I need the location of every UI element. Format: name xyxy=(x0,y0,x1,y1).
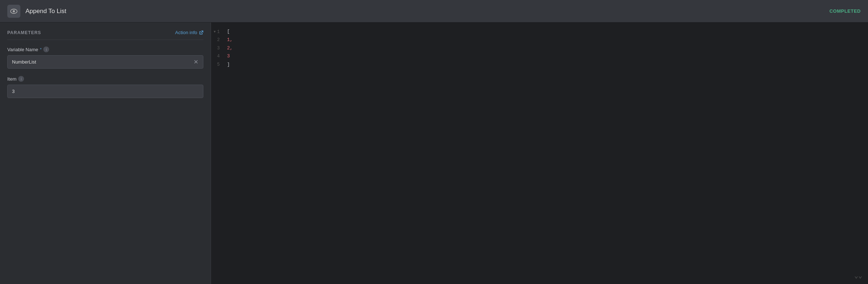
variable-name-info-badge[interactable]: i xyxy=(43,46,49,52)
status-badge: COMPLETED xyxy=(829,8,861,14)
section-header: PARAMETERS Action info xyxy=(7,30,203,40)
collapse-arrow-1[interactable]: ▼ xyxy=(214,29,215,35)
line-number-5: 5 xyxy=(211,61,226,68)
variable-name-input-wrapper: ✕ xyxy=(7,55,203,69)
code-line-4: 4 3 xyxy=(211,52,868,61)
code-line-2: 2 1, xyxy=(211,36,868,44)
code-panel: ▼ 1 [ 2 1, 3 2, 4 3 5 ] xyxy=(211,23,868,284)
variable-name-input[interactable] xyxy=(7,55,203,69)
code-content-5: ] xyxy=(226,61,230,69)
item-input[interactable] xyxy=(7,85,203,98)
app-header: Append To List COMPLETED xyxy=(0,0,868,23)
code-value-4: 3 xyxy=(227,53,230,59)
main-layout: PARAMETERS Action info Variable Name * i… xyxy=(0,23,868,284)
action-info-label: Action info xyxy=(175,30,197,35)
line-number-3: 3 xyxy=(211,45,226,52)
params-label: PARAMETERS xyxy=(7,30,41,35)
code-content-4: 3 xyxy=(226,53,230,60)
code-value-3: 2, xyxy=(227,45,233,51)
svg-point-1 xyxy=(13,10,15,12)
line-number-4: 4 xyxy=(211,53,226,60)
page-title: Append To List xyxy=(25,8,66,15)
item-info-badge[interactable]: i xyxy=(18,76,24,82)
header-left: Append To List xyxy=(7,5,66,18)
code-content-3: 2, xyxy=(226,45,233,52)
code-line-3: 3 2, xyxy=(211,44,868,53)
left-panel: PARAMETERS Action info Variable Name * i… xyxy=(0,23,211,284)
eye-icon xyxy=(7,5,20,18)
variable-name-clear-button[interactable]: ✕ xyxy=(192,58,200,66)
code-line-5: 5 ] xyxy=(211,61,868,69)
code-content-2: 1, xyxy=(226,36,233,44)
variable-name-label: Variable Name * i xyxy=(7,46,203,52)
line-number-2: 2 xyxy=(211,37,226,44)
external-link-icon xyxy=(199,31,203,35)
action-info-link[interactable]: Action info xyxy=(175,30,203,35)
item-label: Item i xyxy=(7,76,203,82)
required-star: * xyxy=(40,47,41,52)
line-number-1: ▼ 1 xyxy=(211,29,226,36)
code-line-1: ▼ 1 [ xyxy=(211,28,868,36)
scroll-chevron-icon: ⌄⌄ xyxy=(854,272,862,280)
code-content-1: [ xyxy=(226,28,230,36)
code-value-2: 1, xyxy=(227,37,233,42)
item-input-wrapper xyxy=(7,85,203,98)
